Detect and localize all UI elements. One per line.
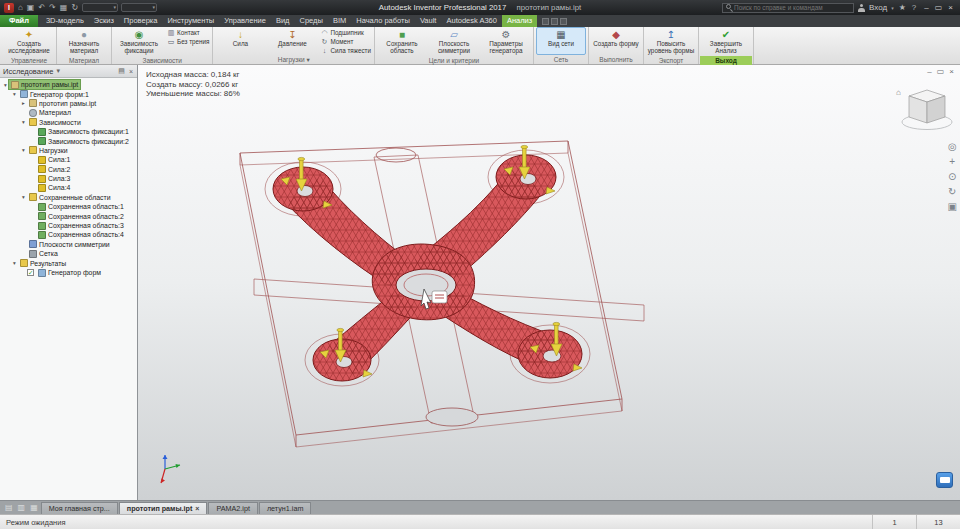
tree-item-2[interactable]: ▸прототип рамы.ipt — [0, 99, 137, 108]
tree-item-16[interactable]: Сохраненная область:4 — [0, 230, 137, 239]
minimize-doc-icon[interactable]: – — [927, 67, 931, 76]
material-dropdown[interactable] — [82, 3, 118, 12]
visibility-checkbox[interactable]: ✓ — [27, 269, 34, 276]
help-search[interactable] — [722, 3, 854, 13]
panel-toggle-icon[interactable] — [551, 18, 558, 25]
document-tab-0[interactable]: Моя главная стр... — [41, 502, 118, 514]
orbit-icon[interactable]: ↻ — [948, 186, 956, 197]
save-icon[interactable]: ▣ — [26, 0, 36, 15]
ribbon-button-bearing[interactable]: ◠Подшипник — [318, 28, 373, 37]
home-view-icon[interactable]: ⌂ — [896, 88, 901, 97]
navigation-wheel-icon[interactable]: ◎ — [948, 141, 957, 152]
minimize-icon[interactable]: – — [921, 0, 931, 15]
communication-icon[interactable] — [936, 472, 953, 488]
tree-expand-icon[interactable]: ▾ — [20, 194, 27, 200]
restore-icon[interactable]: ▭ — [932, 0, 946, 15]
tree-item-13[interactable]: Сохраненная область:1 — [0, 202, 137, 211]
viewport[interactable]: Исходная масса: 0,184 кгСоздать массу: 0… — [138, 65, 960, 500]
ribbon-button-finish-check[interactable]: ✔Завершить Анализ — [701, 27, 751, 56]
tree-item-9[interactable]: Сила:2 — [0, 165, 137, 174]
ribbon-button-gravity[interactable]: ↓Сила тяжести — [318, 46, 373, 55]
tree-item-14[interactable]: Сохраненная область:2 — [0, 211, 137, 220]
ribbon-button-symmetry-plane[interactable]: ▱Плоскость симметрии — [429, 27, 479, 56]
ribbon-button-assign-material[interactable]: ●Назначить материал — [59, 27, 109, 56]
ribbon-tab-9[interactable]: Начало работы — [351, 15, 415, 27]
ribbon-button-create-form[interactable]: ◆Создать форму — [591, 27, 641, 55]
search-input[interactable] — [734, 4, 850, 11]
help-icon[interactable]: ? — [911, 0, 917, 15]
browser-filter-icon[interactable]: ▤ — [117, 67, 126, 75]
tree-item-19[interactable]: ▾Результаты — [0, 258, 137, 267]
app-icon[interactable]: I — [4, 3, 14, 13]
ribbon-button-pressure[interactable]: ↧Давление — [267, 27, 317, 55]
ribbon-tab-3[interactable]: Проверка — [119, 15, 163, 27]
print-icon[interactable]: ▦ — [59, 0, 69, 15]
cascade-windows-icon[interactable]: ▤ — [3, 501, 15, 514]
tree-expand-icon[interactable]: ▾ — [20, 119, 27, 125]
ribbon-button-fix-constraint[interactable]: ◉Зависимость фиксации — [114, 27, 164, 56]
ribbon-button-contact[interactable]: ▥Контакт — [165, 28, 211, 37]
signin-caret-icon[interactable]: ▾ — [891, 5, 894, 11]
ribbon-tab-12[interactable]: Анализ — [502, 15, 537, 27]
ribbon-button-mesh-view[interactable]: ▦Вид сети — [536, 27, 586, 55]
tree-item-8[interactable]: Сила:1 — [0, 155, 137, 164]
appearance-dropdown[interactable] — [121, 3, 157, 12]
ribbon-tab-1[interactable]: 3D-модель — [41, 15, 89, 27]
ribbon-button-frictionless[interactable]: ▭Без трения — [165, 37, 211, 46]
switch-windows-icon[interactable]: ▦ — [28, 501, 40, 514]
tree-item-5[interactable]: Зависимость фиксации:1 — [0, 127, 137, 136]
browser-close-icon[interactable]: × — [128, 68, 134, 75]
ribbon-tab-2[interactable]: Эскиз — [89, 15, 119, 27]
ribbon-tab-10[interactable]: Vault — [415, 15, 442, 27]
ribbon-tab-5[interactable]: Управление — [219, 15, 271, 27]
tree-item-6[interactable]: Зависимость фиксации:2 — [0, 136, 137, 145]
tree-item-3[interactable]: Материал — [0, 108, 137, 117]
model-canvas[interactable]: ⌂ — [138, 65, 960, 500]
tree-item-10[interactable]: Сила:3 — [0, 174, 137, 183]
ribbon-tab-11[interactable]: Autodesk A360 — [441, 15, 501, 27]
tree-item-0[interactable]: ▾прототип рамы.ipt — [0, 80, 137, 89]
panel-toggle-icon[interactable] — [560, 18, 567, 25]
close-doc-icon[interactable]: × — [949, 67, 954, 76]
tree-item-20[interactable]: ✓Генератор форм — [0, 268, 137, 277]
tab-close-icon[interactable]: × — [195, 505, 199, 512]
redo-icon[interactable]: ↷ — [48, 0, 57, 15]
tree-item-4[interactable]: ▾Зависимости — [0, 118, 137, 127]
pan-icon[interactable]: + — [949, 156, 955, 167]
tree-item-18[interactable]: Сетка — [0, 249, 137, 258]
tree-item-7[interactable]: ▾Нагрузки — [0, 146, 137, 155]
tree-expand-icon[interactable]: ▸ — [20, 100, 27, 106]
ribbon-tab-7[interactable]: Среды — [295, 15, 328, 27]
undo-icon[interactable]: ↶ — [37, 0, 46, 15]
tile-windows-icon[interactable]: ▥ — [16, 501, 28, 514]
tree-item-12[interactable]: ▾Сохраненные области — [0, 193, 137, 202]
home-icon[interactable]: ⌂ — [17, 0, 24, 15]
panel-toggle-icon[interactable] — [542, 18, 549, 25]
restore-doc-icon[interactable]: ▭ — [937, 67, 945, 76]
group-dropdown-icon[interactable]: ▾ — [305, 56, 310, 63]
zoom-icon[interactable]: ⊙ — [948, 171, 956, 182]
tree-item-15[interactable]: Сохраненная область:3 — [0, 221, 137, 230]
close-icon[interactable]: × — [945, 0, 956, 15]
tree-item-17[interactable]: Плоскости симметрии — [0, 240, 137, 249]
tree-expand-icon[interactable]: ▾ — [2, 82, 9, 88]
ribbon-button-promote-form[interactable]: ↥Повысить уровень формы — [646, 27, 696, 56]
file-menu-button[interactable]: Файл — [0, 15, 38, 27]
star-icon[interactable]: ★ — [898, 0, 907, 15]
viewcube[interactable]: ⌂ — [896, 88, 952, 130]
document-tab-2[interactable]: РАМА2.ipt — [208, 502, 257, 514]
document-tab-3[interactable]: летун1.iam — [259, 502, 311, 514]
ribbon-tab-4[interactable]: Инструменты — [162, 15, 219, 27]
ribbon-button-create-study[interactable]: ✦Создать исследование — [4, 27, 54, 56]
ribbon-button-force[interactable]: ↓Сила — [215, 27, 265, 55]
tree-expand-icon[interactable]: ▾ — [11, 260, 18, 266]
signin-button[interactable]: Вход — [869, 3, 887, 12]
ribbon-button-preserve-region[interactable]: ■Сохранить область — [377, 27, 427, 56]
ribbon-button-shapegen-settings[interactable]: ⚙Параметры генератора форм — [481, 27, 531, 56]
tree-expand-icon[interactable]: ▾ — [11, 91, 18, 97]
update-icon[interactable]: ↻ — [70, 0, 79, 15]
ribbon-tab-6[interactable]: Вид — [271, 15, 295, 27]
document-tab-1[interactable]: прототип рамы.ipt× — [119, 502, 208, 514]
tree-item-11[interactable]: Сила:4 — [0, 183, 137, 192]
browser-dropdown-icon[interactable]: ▾ — [55, 67, 61, 75]
